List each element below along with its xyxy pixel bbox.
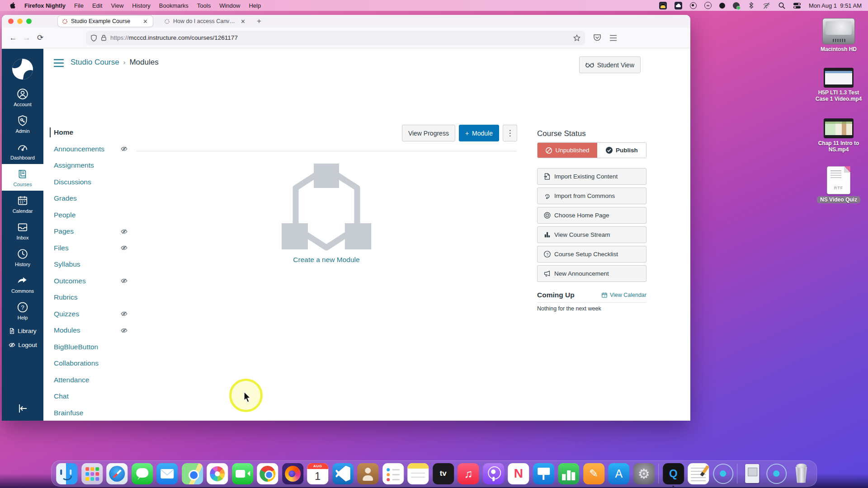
dock-notes-icon[interactable]: [407, 463, 429, 484]
course-nav-modules[interactable]: Modules: [54, 325, 130, 335]
zoom-window-button[interactable]: [26, 19, 32, 24]
dock-finder-icon[interactable]: [56, 463, 77, 484]
desktop-icon-chap11-video[interactable]: Chap 11 Intro to NS.mp4: [811, 118, 866, 153]
dock-screen-recording-icon[interactable]: [766, 464, 787, 484]
desktop-icon-macintosh-hd[interactable]: Macintosh HD: [811, 18, 866, 52]
spotlight-search-icon[interactable]: [778, 2, 786, 9]
dock-calendar-icon[interactable]: AUG 1: [307, 463, 328, 484]
menu-view[interactable]: View: [111, 2, 123, 9]
address-bar[interactable]: https://mcccd.instructure.com/courses/12…: [86, 31, 585, 45]
back-button[interactable]: ←: [6, 31, 20, 45]
dock-system-preferences-icon[interactable]: ⚙: [633, 463, 655, 484]
creative-cloud-icon[interactable]: ∞: [704, 2, 712, 9]
dock-maps-icon[interactable]: [182, 463, 203, 484]
course-nav-rubrics[interactable]: Rubrics: [54, 292, 130, 302]
course-setup-checklist-button[interactable]: ? Course Setup Checklist: [537, 246, 646, 263]
course-nav-syllabus[interactable]: Syllabus: [54, 259, 130, 269]
dock-safari-icon[interactable]: [106, 463, 127, 484]
black-dot-status-icon[interactable]: [719, 3, 725, 9]
dock-facetime-icon[interactable]: [232, 463, 253, 484]
forward-button[interactable]: →: [20, 31, 33, 45]
dock-contacts-icon[interactable]: [357, 463, 378, 484]
course-nav-discussions[interactable]: Discussions: [54, 177, 130, 187]
dock-music-icon[interactable]: ♫: [458, 463, 479, 484]
global-nav-account[interactable]: Account: [2, 84, 43, 111]
face-app-icon[interactable]: [659, 2, 667, 9]
choose-home-page-button[interactable]: Choose Home Page: [537, 207, 646, 224]
apple-icon[interactable]: [8, 2, 16, 9]
dock-appstore-icon[interactable]: A: [608, 463, 629, 484]
global-nav-help[interactable]: ? Help: [2, 297, 43, 324]
global-nav-logout[interactable]: Logout: [8, 338, 37, 352]
lock-icon[interactable]: [101, 34, 107, 41]
tab-close-icon[interactable]: ✕: [142, 18, 149, 25]
view-course-stream-button[interactable]: View Course Stream: [537, 226, 646, 243]
tab-studio-example-course[interactable]: Studio Example Course ✕: [58, 16, 153, 27]
new-tab-button[interactable]: +: [257, 17, 261, 26]
tab-canvas-studio-help[interactable]: How do I access Canvas Studio ✕: [160, 16, 250, 27]
pocket-icon[interactable]: [593, 34, 601, 42]
dock-messages-icon[interactable]: [132, 463, 153, 484]
desktop-icon-ns-video-quiz[interactable]: RTF NS Video Quiz: [811, 166, 866, 203]
dock-trash-icon[interactable]: [791, 463, 812, 484]
course-nav-collaborations[interactable]: Collaborations: [54, 358, 130, 368]
publish-button[interactable]: Publish: [597, 143, 646, 158]
tab-close-icon[interactable]: ✕: [240, 18, 246, 25]
reload-button[interactable]: ⟳: [33, 31, 47, 45]
dock-launchpad-icon[interactable]: [81, 463, 103, 484]
dock-minimized-document-icon[interactable]: [741, 463, 763, 484]
course-nav-attendance[interactable]: Attendance: [54, 375, 130, 385]
course-nav-announcements[interactable]: Announcements: [54, 144, 130, 154]
view-calendar-link[interactable]: 3 View Calendar: [601, 292, 646, 298]
menu-history[interactable]: History: [132, 2, 150, 9]
menu-help[interactable]: Help: [249, 2, 261, 9]
bookmark-star-icon[interactable]: [573, 34, 580, 42]
student-view-button[interactable]: Student View: [579, 56, 641, 73]
dock-vscode-icon[interactable]: [332, 463, 354, 484]
dock-mail-icon[interactable]: [156, 463, 178, 484]
global-nav-calendar[interactable]: Calendar: [2, 191, 43, 217]
dock-quicktime-icon[interactable]: Q: [663, 463, 684, 484]
active-app-name[interactable]: Firefox Nightly: [24, 2, 66, 9]
dock-appletv-icon[interactable]: tv: [433, 463, 454, 484]
new-announcement-button[interactable]: New Announcement: [537, 265, 646, 282]
app-menu-hamburger-icon[interactable]: [609, 35, 617, 41]
dock-photos-icon[interactable]: [207, 463, 228, 484]
course-nav-assignments[interactable]: Assignments: [54, 160, 130, 170]
menu-bookmarks[interactable]: Bookmarks: [159, 2, 189, 9]
collapse-nav-button[interactable]: [17, 404, 28, 413]
dock-pages-icon[interactable]: ✎: [583, 463, 604, 484]
course-nav-files[interactable]: Files: [54, 243, 130, 253]
course-nav-quizzes[interactable]: Quizzes: [54, 309, 130, 319]
add-module-button[interactable]: + Module: [459, 125, 499, 141]
create-new-module-link[interactable]: Create a new Module: [293, 256, 359, 264]
dock-podcasts-icon[interactable]: [483, 463, 504, 484]
global-nav-commons[interactable]: Commons: [2, 271, 43, 297]
course-nav-chat[interactable]: Chat: [54, 391, 130, 401]
dock-news-icon[interactable]: N: [508, 463, 529, 484]
global-nav-courses[interactable]: Courses: [2, 164, 43, 191]
modules-options-kebab-button[interactable]: ⋮: [503, 125, 517, 141]
menu-file[interactable]: File: [74, 2, 84, 9]
bluetooth-icon[interactable]: [747, 2, 755, 9]
course-nav-grades[interactable]: Grades: [54, 193, 130, 203]
dock-chrome-icon[interactable]: [257, 463, 278, 484]
course-nav-people[interactable]: People: [54, 210, 130, 220]
global-nav-library[interactable]: Library: [9, 324, 36, 338]
global-nav-history[interactable]: History: [2, 244, 43, 271]
course-nav-pages[interactable]: Pages: [54, 226, 130, 236]
dock-screen-recording-icon[interactable]: [713, 464, 733, 484]
global-nav-admin[interactable]: Admin: [2, 111, 43, 137]
minimize-window-button[interactable]: [17, 19, 23, 24]
dock-reminders-icon[interactable]: [382, 463, 404, 484]
import-existing-content-button[interactable]: Import Existing Content: [537, 168, 646, 185]
breadcrumb-course-link[interactable]: Studio Course: [71, 58, 119, 67]
course-nav-home[interactable]: Home: [50, 127, 130, 137]
menu-bar-clock[interactable]: Mon Aug 1 9:51 AM: [809, 2, 862, 9]
wifi-off-icon[interactable]: [763, 2, 770, 9]
cloud-app-icon[interactable]: [675, 2, 682, 9]
course-nav-brainfuse[interactable]: Brainfuse: [54, 408, 130, 418]
view-progress-button[interactable]: View Progress: [402, 125, 455, 141]
menu-edit[interactable]: Edit: [92, 2, 102, 9]
global-nav-dashboard[interactable]: Dashboard: [2, 137, 43, 164]
